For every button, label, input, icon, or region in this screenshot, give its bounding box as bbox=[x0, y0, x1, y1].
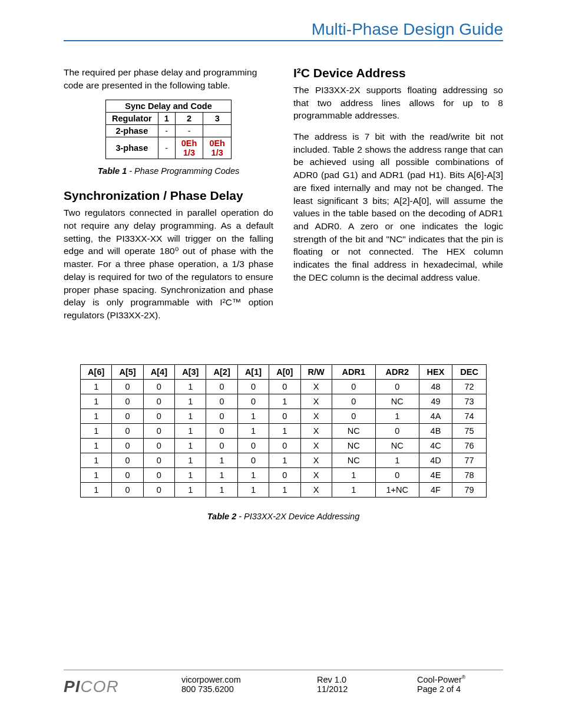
cell: 0 bbox=[206, 379, 237, 394]
i2c-p1: The PI33XX-2X supports floating addressi… bbox=[293, 84, 503, 122]
col-header: 1 bbox=[158, 113, 175, 125]
cell: 0 bbox=[332, 409, 375, 423]
cell: 0 bbox=[332, 394, 375, 409]
cell: 0 bbox=[112, 409, 143, 423]
cell: 0 bbox=[143, 409, 174, 423]
cell: 1 bbox=[175, 467, 206, 482]
col-header: DEC bbox=[452, 364, 487, 379]
cell: X bbox=[300, 482, 332, 497]
cell: 0 bbox=[112, 438, 143, 453]
cell: 0 bbox=[143, 467, 174, 482]
cell: 1 bbox=[81, 423, 112, 438]
cell: 0 bbox=[332, 379, 375, 394]
cell: 1 bbox=[269, 482, 300, 497]
table2-caption: Table 2 - PI33XX-2X Device Addressing bbox=[64, 512, 503, 521]
footer-contact: vicorpower.com 800 735.6200 bbox=[181, 675, 317, 694]
cell: 1 bbox=[332, 467, 375, 482]
cell: 0 bbox=[206, 423, 237, 438]
page-title: Multi-Phase Design Guide bbox=[64, 20, 503, 40]
col-header: A[0] bbox=[269, 364, 300, 379]
cell: 0 bbox=[269, 438, 300, 453]
cell: 1 bbox=[81, 453, 112, 467]
cell: 79 bbox=[452, 482, 487, 497]
cell: 1+NC bbox=[375, 482, 419, 497]
page-footer: PICOR vicorpower.com 800 735.6200 Rev 1.… bbox=[64, 670, 503, 696]
footer-brand: Cool-Power® bbox=[417, 675, 503, 684]
address-table-wrap: A[6]A[5]A[4]A[3]A[2]A[1]A[0]R/WADR1ADR2H… bbox=[64, 364, 503, 498]
cell: X bbox=[300, 453, 332, 467]
cell: 0 bbox=[269, 379, 300, 394]
cell: X bbox=[300, 409, 332, 423]
cell: 1 bbox=[81, 438, 112, 453]
caption-bold: Table 1 bbox=[98, 166, 127, 176]
cell: 1 bbox=[269, 394, 300, 409]
table-row: 1001000XNCNC4C76 bbox=[81, 438, 487, 453]
cell: 4C bbox=[419, 438, 452, 453]
cell: NC bbox=[332, 438, 375, 453]
cell: 0 bbox=[206, 438, 237, 453]
cell: 0 bbox=[269, 409, 300, 423]
table1-caption: Table 1 - Phase Programming Codes bbox=[64, 166, 273, 176]
cell: X bbox=[300, 423, 332, 438]
cell: 4D bbox=[419, 453, 452, 467]
cell: 1 bbox=[175, 453, 206, 467]
footer-web: vicorpower.com bbox=[181, 675, 317, 684]
footer-rule bbox=[64, 670, 503, 670]
table-row: 3-phase - 0Eh 1/3 0Eh 1/3 bbox=[106, 137, 232, 159]
footer-revision: Rev 1.0 11/2012 bbox=[317, 675, 417, 694]
col-header: HEX bbox=[419, 364, 452, 379]
col-header: A[3] bbox=[175, 364, 206, 379]
col-header: A[1] bbox=[237, 364, 269, 379]
cell: X bbox=[300, 379, 332, 394]
table-row: 1001101XNC14D77 bbox=[81, 453, 487, 467]
col-header: ADR2 bbox=[375, 364, 419, 379]
i2c-p2: The address is 7 bit with the read/write… bbox=[293, 130, 503, 284]
cell: - bbox=[158, 125, 175, 137]
cell: 1 bbox=[81, 394, 112, 409]
row-label: 3-phase bbox=[106, 137, 158, 159]
cell: - bbox=[158, 137, 175, 159]
cell bbox=[203, 125, 232, 137]
col-header: 2 bbox=[175, 113, 203, 125]
cell: 0 bbox=[112, 482, 143, 497]
cell: 1 bbox=[269, 453, 300, 467]
cell: 1 bbox=[175, 394, 206, 409]
table-row: 2-phase - - bbox=[106, 125, 232, 137]
logo-thin: COR bbox=[80, 677, 118, 696]
col-header: A[4] bbox=[143, 364, 174, 379]
cell: 74 bbox=[452, 409, 487, 423]
footer-rev: Rev 1.0 bbox=[317, 675, 417, 684]
cell: 48 bbox=[419, 379, 452, 394]
cell: 0 bbox=[375, 379, 419, 394]
cell: 0 bbox=[237, 394, 269, 409]
cell: 0 bbox=[143, 482, 174, 497]
cell: - bbox=[175, 125, 203, 137]
cell: 1 bbox=[81, 467, 112, 482]
cell: 0 bbox=[143, 394, 174, 409]
cell: 0 bbox=[269, 467, 300, 482]
cell: X bbox=[300, 467, 332, 482]
caption-rest: - PI33XX-2X Device Addressing bbox=[236, 512, 359, 521]
sync-table-title: Sync Delay and Code bbox=[106, 100, 232, 113]
left-column: The required per phase delay and program… bbox=[64, 66, 273, 330]
table-row: 1001011XNC04B75 bbox=[81, 423, 487, 438]
cell: 1 bbox=[81, 482, 112, 497]
cell: 1 bbox=[175, 482, 206, 497]
address-table: A[6]A[5]A[4]A[3]A[2]A[1]A[0]R/WADR1ADR2H… bbox=[80, 364, 487, 498]
cell: 0Eh 1/3 bbox=[203, 137, 232, 159]
col-header: ADR1 bbox=[332, 364, 375, 379]
cell: 0 bbox=[112, 453, 143, 467]
footer-phone: 800 735.6200 bbox=[181, 684, 317, 694]
footer-date: 11/2012 bbox=[317, 684, 417, 694]
cell: 1 bbox=[175, 379, 206, 394]
picor-logo: PICOR bbox=[64, 675, 181, 696]
cell: 0Eh 1/3 bbox=[175, 137, 203, 159]
cell: 0 bbox=[112, 379, 143, 394]
brand-registered-icon: ® bbox=[462, 674, 465, 680]
cell: X bbox=[300, 438, 332, 453]
cell: 0 bbox=[237, 438, 269, 453]
cell: 1 bbox=[269, 423, 300, 438]
i2c-heading: I²C Device Address bbox=[293, 66, 503, 80]
cell: 1 bbox=[81, 379, 112, 394]
cell: NC bbox=[332, 453, 375, 467]
